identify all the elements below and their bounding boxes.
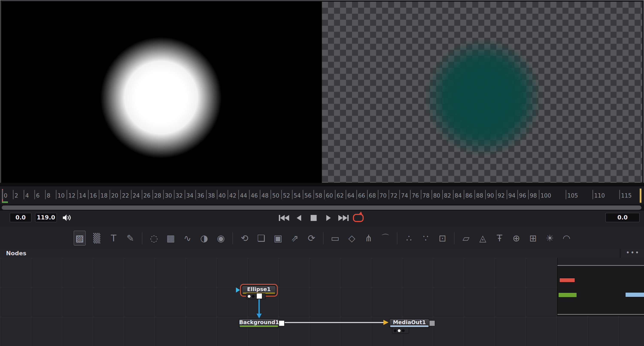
connection-background1-to-mediaout1[interactable] — [284, 322, 384, 323]
timeline-ruler[interactable]: 0246810121416182022242628303234363840424… — [0, 187, 644, 204]
transform-tool-icon[interactable]: ⟲ — [239, 231, 250, 245]
viewer-dot[interactable] — [398, 329, 400, 332]
ruler-tick-label: 90 — [487, 192, 494, 199]
blur-tool-icon[interactable]: ◉ — [215, 231, 226, 245]
node-output-connector-background1[interactable] — [279, 320, 285, 326]
viewer-indicator-triangle — [236, 288, 240, 293]
bspline-mask-tool-icon[interactable]: ⌒ — [380, 231, 391, 245]
node-background1[interactable]: Background1 — [239, 319, 279, 328]
viewer-dot[interactable] — [402, 329, 405, 332]
ruler-tick-label: 86 — [466, 192, 472, 199]
ruler-tick-mark — [335, 190, 336, 199]
ruler-tick-mark — [45, 190, 46, 199]
ruler-tick-mark — [120, 190, 121, 199]
play-forward-icon — [326, 215, 331, 221]
render-cache-bar — [2, 201, 8, 203]
text-plus-tool-icon[interactable]: T — [108, 231, 119, 245]
play-reverse-button[interactable] — [292, 213, 306, 223]
viewer-dot[interactable] — [252, 295, 254, 298]
hue-curves-tool-icon[interactable]: ∿ — [182, 231, 193, 245]
ruler-tick-mark — [464, 190, 464, 199]
ruler-tick-mark — [410, 190, 411, 199]
viewer-dot[interactable] — [394, 329, 396, 332]
current-frame-field[interactable]: 0.0 — [605, 213, 640, 222]
ruler-tick-mark — [324, 190, 325, 199]
ruler-tick-label: 36 — [197, 192, 204, 199]
ruler-tick-label: 60 — [326, 192, 333, 199]
resize-tool-icon[interactable]: ⇗ — [289, 231, 300, 245]
go-to-end-icon — [343, 215, 347, 221]
rectangle-mask-tool-icon[interactable]: ▭ — [330, 231, 341, 245]
node-editor[interactable]: Ellipse1Background1MediaOut1 — [0, 258, 644, 346]
node-output-connector-mediaout1[interactable] — [429, 320, 435, 326]
toolbar-separator — [397, 232, 397, 244]
nodes-options-menu-icon[interactable]: ••• — [622, 249, 644, 258]
nodes-panel-title: Nodes — [6, 250, 26, 257]
camera-3d-tool-icon[interactable]: ⊞ — [528, 231, 538, 245]
toolbar-separator — [323, 232, 324, 244]
ruler-tick-mark — [270, 190, 271, 199]
ruler-tick-mark — [592, 190, 593, 199]
polygon-mask-tool-icon[interactable]: ⋔ — [363, 231, 374, 245]
go-to-end-button[interactable] — [337, 213, 350, 223]
image-plane-3d-tool-icon[interactable]: ▱ — [460, 231, 472, 245]
node-mediaout1[interactable]: MediaOut1 — [389, 319, 430, 328]
keyframe-bar-background1[interactable] — [558, 292, 577, 298]
color-curves-tool-icon[interactable]: ▦ — [165, 231, 176, 245]
left-viewer[interactable] — [2, 2, 322, 183]
stop-button[interactable] — [307, 213, 320, 223]
ruler-tick-label: 80 — [433, 192, 440, 199]
ruler-tick-label: 14 — [79, 192, 86, 199]
merge-3d-tool-icon[interactable]: ⊕ — [511, 231, 522, 245]
viewer-dot[interactable] — [248, 295, 250, 298]
node-viewer-dots-ellipse1[interactable] — [246, 293, 266, 299]
spot-light-tool-icon[interactable]: ☀ — [544, 231, 555, 245]
renderer-3d-tool-icon[interactable]: ◠ — [561, 231, 572, 245]
ruler-tick-mark — [228, 190, 228, 199]
go-to-end-icon — [347, 215, 348, 221]
right-viewer[interactable] — [322, 2, 642, 183]
range-start-field[interactable]: 0.0 — [10, 213, 32, 222]
go-to-start-button[interactable] — [277, 213, 291, 223]
keyframe-bar-ellipse1[interactable] — [559, 278, 575, 283]
shape-3d-tool-icon[interactable]: ◬ — [477, 231, 488, 245]
pmerge-tool-icon[interactable]: ∵ — [420, 231, 431, 245]
keyframes-panel[interactable] — [557, 258, 644, 316]
ruler-tick-mark — [2, 190, 3, 199]
node-viewer-dots-mediaout1[interactable] — [392, 328, 409, 334]
merge-tool-icon[interactable]: ❏ — [256, 231, 267, 245]
go-to-end-icon — [338, 215, 343, 221]
crop-tool-icon[interactable]: ⟳ — [306, 231, 317, 245]
ruler-tick-label: 56 — [304, 192, 312, 199]
ruler-tick-mark — [249, 190, 250, 199]
go-to-start-icon — [280, 215, 285, 221]
ruler-tick-label: 42 — [229, 192, 236, 199]
paint-tool-icon[interactable]: ✎ — [125, 231, 136, 245]
node-output-connector-ellipse1[interactable] — [256, 293, 262, 299]
ruler-tick-label: 6 — [36, 192, 40, 199]
range-end-field[interactable]: 119.0 — [35, 213, 57, 222]
connection-arrow-ellipse1-to-background1 — [256, 314, 262, 318]
play-forward-button[interactable] — [322, 213, 335, 223]
timeline-scrollbar-thumb[interactable] — [2, 206, 642, 210]
color-corrector-tool-icon[interactable]: ◌ — [148, 231, 160, 245]
ruler-tick-mark — [99, 190, 100, 199]
text-3d-tool-icon[interactable]: Ŧ — [494, 231, 505, 245]
audio-mute-icon[interactable] — [62, 213, 72, 222]
ellipse-mask-tool-icon[interactable]: ◇ — [346, 231, 358, 245]
timeline-scrollbar[interactable] — [0, 204, 644, 211]
nodes-panel-header: Nodes ••• — [0, 249, 644, 258]
ruler-tick-label: 4 — [25, 192, 29, 199]
loop-button[interactable] — [352, 213, 365, 223]
pemitter-tool-icon[interactable]: ∴ — [403, 231, 414, 245]
background-tool-icon[interactable]: ▨ — [74, 231, 86, 246]
connection-ellipse1-to-background1[interactable] — [258, 299, 260, 314]
keyframe-bar-mediaout1[interactable] — [625, 292, 644, 297]
matte-control-tool-icon[interactable]: ▣ — [272, 231, 284, 245]
ruler-tick-label: 12 — [68, 192, 75, 199]
brightness-contrast-tool-icon[interactable]: ◑ — [198, 231, 210, 245]
prender-tool-icon[interactable]: ⊡ — [437, 231, 448, 245]
range-end-marker[interactable] — [640, 189, 642, 203]
ruler-tick-label: 70 — [380, 192, 386, 199]
fast-noise-tool-icon[interactable]: ▒ — [91, 231, 102, 245]
